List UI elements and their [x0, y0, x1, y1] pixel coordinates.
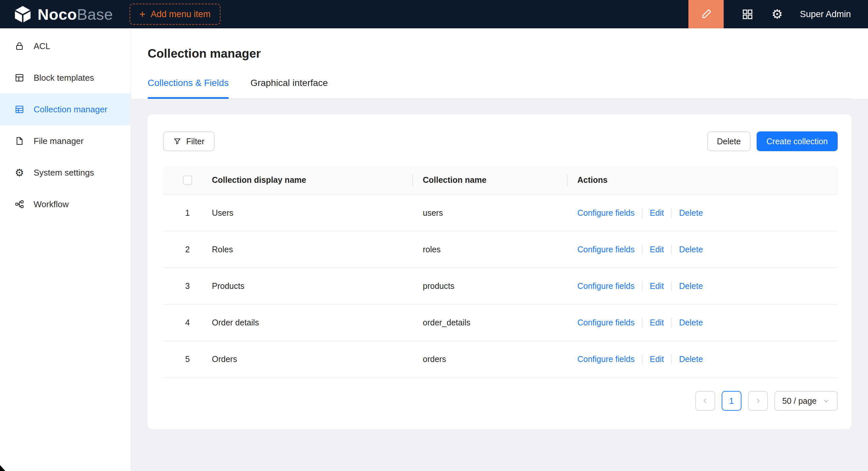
table-row: 3 Products products Configure fields Edi…	[163, 268, 838, 305]
sidebar-item-label: File manager	[34, 136, 84, 146]
tab-collections-fields[interactable]: Collections & Fields	[148, 78, 229, 98]
collection-name-cell: products	[423, 281, 577, 291]
row-index: 5	[185, 355, 190, 364]
page-header: Collection manager Collections & Fields …	[131, 28, 868, 99]
main-area: Collection manager Collections & Fields …	[131, 28, 868, 471]
add-menu-item-button[interactable]: + Add menu item	[129, 4, 220, 25]
edit-link[interactable]: Edit	[650, 355, 664, 364]
row-index: 2	[185, 245, 190, 254]
grid-icon	[741, 8, 754, 21]
chevron-down-icon	[823, 397, 830, 404]
edit-link[interactable]: Edit	[650, 208, 664, 218]
current-user[interactable]: Super Admin	[800, 9, 851, 20]
ui-editor-button[interactable]	[688, 0, 724, 28]
brand-name-light: Base	[77, 6, 113, 23]
gear-icon: ⚙	[14, 167, 25, 178]
delete-link[interactable]: Delete	[679, 355, 703, 364]
sidebar-item-label: Block templates	[34, 73, 94, 83]
table-body: 1 Users users Configure fields Edit Dele…	[163, 195, 838, 378]
table-header-row: Collection display name Collection name …	[163, 166, 838, 195]
table-row: 2 Roles roles Configure fields Edit Dele…	[163, 232, 838, 268]
collection-name-cell: roles	[423, 245, 577, 254]
add-menu-item-label: Add menu item	[151, 9, 211, 20]
settings-gear-button[interactable]: ⚙	[771, 8, 783, 21]
delete-link[interactable]: Delete	[679, 281, 703, 291]
configure-fields-link[interactable]: Configure fields	[577, 281, 635, 291]
gear-icon: ⚙	[771, 8, 783, 21]
sidebar-item-collection-manager[interactable]: Collection manager	[0, 94, 130, 125]
actions-cell: Configure fields Edit Delete	[577, 355, 838, 364]
brand-name-bold: Noco	[37, 6, 77, 23]
page-size-select[interactable]: 50 / page	[774, 391, 838, 411]
brand-name: NocoBase	[37, 5, 113, 23]
column-header-name: Collection name	[423, 175, 577, 185]
delete-link[interactable]: Delete	[679, 245, 703, 254]
edit-link[interactable]: Edit	[650, 281, 664, 291]
sidebar-item-system-settings[interactable]: ⚙ System settings	[0, 157, 130, 189]
action-divider	[642, 208, 643, 218]
funnel-icon	[173, 137, 182, 145]
sidebar-item-file-manager[interactable]: File manager	[0, 125, 130, 157]
action-divider	[671, 355, 672, 364]
pagination-page-1[interactable]: 1	[722, 391, 741, 411]
create-collection-button[interactable]: Create collection	[756, 131, 838, 151]
sidebar-item-label: System settings	[34, 168, 94, 178]
row-index: 3	[185, 281, 190, 291]
configure-fields-link[interactable]: Configure fields	[577, 245, 635, 254]
table-row: 5 Orders orders Configure fields Edit De…	[163, 341, 838, 378]
configure-fields-link[interactable]: Configure fields	[577, 208, 635, 218]
filter-button[interactable]: Filter	[163, 131, 215, 151]
tab-graphical-interface[interactable]: Graphical interface	[250, 78, 328, 98]
delete-button[interactable]: Delete	[707, 131, 751, 151]
action-divider	[642, 355, 643, 364]
collection-name-cell: users	[423, 208, 577, 218]
brand-logo: NocoBase	[13, 5, 113, 24]
sidebar-item-label: Workflow	[34, 199, 68, 209]
action-divider	[671, 281, 672, 291]
header-actions: ⚙ Super Admin	[688, 0, 868, 28]
plugins-grid-button[interactable]	[741, 8, 754, 21]
sidebar: ACL Block templates Coll	[0, 28, 131, 471]
delete-button-label: Delete	[717, 137, 741, 146]
pagination-next-button[interactable]	[748, 391, 768, 411]
row-index: 4	[185, 318, 190, 327]
sidebar-item-label: ACL	[34, 41, 51, 52]
pagination-prev-button[interactable]	[695, 391, 715, 411]
edit-link[interactable]: Edit	[650, 318, 664, 327]
page-size-value: 50 / page	[782, 396, 816, 406]
card-toolbar: Filter Delete Create collection	[163, 131, 838, 151]
sidebar-item-acl[interactable]: ACL	[0, 30, 130, 62]
select-all-checkbox[interactable]	[183, 175, 192, 185]
sidebar-item-label: Collection manager	[34, 104, 107, 114]
row-index-cell: 4	[163, 318, 212, 327]
delete-link[interactable]: Delete	[679, 208, 703, 218]
configure-fields-link[interactable]: Configure fields	[577, 355, 635, 364]
column-header-display-name: Collection display name	[212, 175, 423, 185]
body-row: ACL Block templates Coll	[0, 28, 868, 471]
collections-card: Filter Delete Create collection	[148, 114, 851, 429]
app-root: NocoBase + Add menu item ⚙	[0, 0, 868, 471]
actions-cell: Configure fields Edit Delete	[577, 281, 838, 291]
pagination: 1 50 / page	[163, 391, 838, 411]
display-name-cell: Roles	[212, 245, 423, 254]
configure-fields-link[interactable]: Configure fields	[577, 318, 635, 327]
top-header: NocoBase + Add menu item ⚙	[0, 0, 868, 28]
row-index-cell: 2	[163, 245, 212, 254]
row-index: 1	[185, 208, 190, 218]
delete-link[interactable]: Delete	[679, 318, 703, 327]
edit-link[interactable]: Edit	[650, 245, 664, 254]
action-divider	[642, 245, 643, 255]
sidebar-item-block-templates[interactable]: Block templates	[0, 62, 130, 94]
highlighter-pen-icon	[700, 8, 712, 21]
action-divider	[671, 318, 672, 328]
collections-table: Collection display name Collection name …	[163, 166, 838, 378]
display-name-cell: Order details	[212, 318, 423, 327]
chevron-left-icon	[701, 397, 709, 405]
row-index-cell: 5	[163, 355, 212, 364]
row-index-cell: 1	[163, 208, 212, 218]
sidebar-item-workflow[interactable]: Workflow	[0, 189, 130, 220]
plus-icon: +	[140, 9, 146, 20]
display-name-cell: Orders	[212, 355, 423, 364]
select-all-cell	[163, 175, 212, 185]
file-icon	[14, 135, 25, 146]
